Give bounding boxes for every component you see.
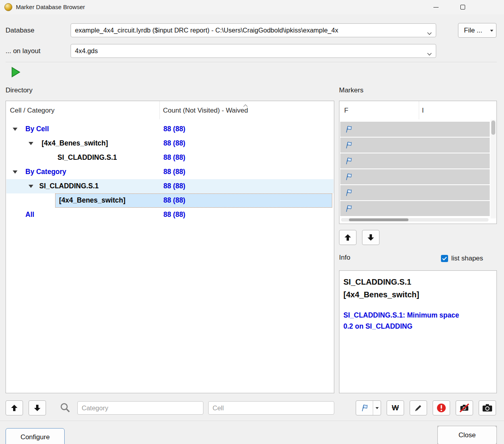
remove-snapshot-button[interactable] <box>456 400 473 415</box>
app-logo-icon <box>4 3 12 11</box>
horizontal-scrollbar[interactable] <box>341 218 489 222</box>
scrollbar-thumb[interactable] <box>349 218 408 221</box>
list-shapes-checkbox[interactable] <box>441 255 448 262</box>
tree-row-count: 88 (88) <box>163 153 185 162</box>
database-label: Database <box>6 27 34 34</box>
list-shapes-label[interactable]: list shapes <box>451 255 483 262</box>
flag-dropdown-arrow[interactable] <box>373 401 381 415</box>
expander-icon[interactable] <box>29 185 33 188</box>
sort-indicator-icon <box>243 101 248 109</box>
dropdown-arrow-icon <box>376 407 379 409</box>
marker-flag-icon <box>344 156 353 166</box>
titlebar: Marker Database Browser <box>0 0 504 14</box>
tree-row-count: 88 (88) <box>163 168 185 176</box>
tree-row-label: [4x4_Benes_switch] <box>42 139 108 147</box>
layout-combobox[interactable]: 4x4.gds <box>71 44 436 58</box>
layout-value: 4x4.gds <box>75 47 98 55</box>
info-description: SI_CLADDING.S.1: Minimum space 0.2 on SI… <box>343 310 462 332</box>
database-combobox[interactable]: example_4x4_circuit.lyrdb ($input DRC re… <box>71 23 436 37</box>
tree-row-benes-switch-selected[interactable]: [4x4_Benes_switch] 88 (88) <box>6 193 333 208</box>
marker-list-item[interactable] <box>340 138 490 153</box>
expander-icon[interactable] <box>13 170 17 174</box>
edit-waived-button[interactable] <box>410 400 427 415</box>
tree-row-count: 88 (88) <box>163 139 185 147</box>
marker-prev-button[interactable] <box>339 230 356 245</box>
arrow-down-icon <box>367 233 375 241</box>
tree-row-label: SI_CLADDING.S.1 <box>57 153 117 162</box>
flag-marker-split-button[interactable] <box>356 400 381 415</box>
database-value: example_4x4_circuit.lyrdb ($input DRC re… <box>75 27 338 34</box>
column-divider <box>419 101 419 119</box>
waive-button[interactable]: W <box>387 400 404 415</box>
marker-list-item[interactable] <box>340 201 490 216</box>
tree-prev-button[interactable] <box>6 400 23 415</box>
camera-icon <box>482 404 493 412</box>
marker-list-item[interactable] <box>340 153 490 168</box>
tree-row-by-cell[interactable]: By Cell 88 (88) <box>6 122 333 136</box>
tree-row-count: 88 (88) <box>163 196 185 205</box>
tree-row-label: [4x4_Benes_switch] <box>59 196 125 205</box>
tree-row-count: 88 (88) <box>163 125 185 133</box>
marker-flag-icon <box>344 140 353 150</box>
scrollbar-thumb[interactable] <box>491 121 495 135</box>
tree-next-button[interactable] <box>29 400 46 415</box>
tree-row-by-category[interactable]: By Category 88 (88) <box>6 165 333 179</box>
footer-separator <box>0 421 504 421</box>
rerun-button[interactable] <box>11 67 21 78</box>
tree-row-label: By Cell <box>25 125 49 133</box>
search-icon <box>59 402 71 415</box>
file-button-label: File ... <box>464 27 482 34</box>
directory-panel: Cell / Category Count (Not Visited) - Wa… <box>6 101 334 393</box>
cell-filter-input[interactable] <box>208 401 334 415</box>
close-button[interactable]: Close <box>437 426 497 444</box>
markers-column-f[interactable]: F <box>344 107 348 115</box>
arrow-down-icon <box>33 404 41 412</box>
column-header-cell-category[interactable]: Cell / Category <box>10 107 54 115</box>
markers-column-i[interactable]: I <box>422 107 424 115</box>
arrow-up-icon <box>10 404 18 412</box>
marker-flag-icon <box>344 204 353 213</box>
maximize-icon <box>460 5 465 10</box>
menu-arrow-icon <box>490 30 493 32</box>
column-header-count-waived[interactable]: Count (Not Visited) - Waived <box>163 107 248 115</box>
marker-flag-icon <box>344 188 353 197</box>
separator <box>6 62 497 62</box>
waive-icon: W <box>392 404 399 412</box>
tree-row-si-cladding-category[interactable]: SI_CLADDING.S.1 88 (88) <box>6 179 333 193</box>
window-title: Marker Database Browser <box>16 4 85 10</box>
layout-label: ... on layout <box>6 47 40 55</box>
tree-row-all[interactable]: All 88 (88) <box>6 208 333 222</box>
tree-row-count: 88 (88) <box>163 211 185 219</box>
marker-list-item[interactable] <box>340 185 490 200</box>
vertical-scrollbar[interactable] <box>491 120 496 218</box>
arrow-up-icon <box>344 233 352 241</box>
important-icon <box>436 403 447 413</box>
chevron-down-icon <box>427 50 432 57</box>
snapshot-button[interactable] <box>479 400 496 415</box>
marker-database-browser-window: Marker Database Browser Database example… <box>0 0 504 444</box>
expander-icon[interactable] <box>13 128 17 131</box>
tree-row-si-cladding[interactable]: SI_CLADDING.S.1 88 (88) <box>6 151 333 165</box>
column-divider <box>159 101 160 119</box>
expander-icon[interactable] <box>29 142 33 145</box>
info-panel: SI_CLADDING.S.1 [4x4_Benes_switch] SI_CL… <box>339 270 497 393</box>
tree-row-benes-switch[interactable]: [4x4_Benes_switch] 88 (88) <box>6 136 333 151</box>
configure-button[interactable]: Configure <box>6 428 65 444</box>
minimize-button[interactable] <box>423 0 448 14</box>
marker-list-item[interactable] <box>340 122 490 137</box>
marker-list-item[interactable] <box>340 169 490 184</box>
directory-label: Directory <box>6 86 33 94</box>
maximize-button[interactable] <box>450 0 475 14</box>
tree-row-count: 88 (88) <box>163 182 185 190</box>
tree-row-label: All <box>25 211 34 219</box>
crossed-camera-icon <box>459 403 470 413</box>
marker-flag-icon <box>360 403 369 413</box>
marker-next-button[interactable] <box>362 230 379 245</box>
markers-label: Markers <box>339 86 363 94</box>
info-cell-subtitle: [4x4_Benes_switch] <box>343 288 493 301</box>
category-filter-input[interactable] <box>77 401 203 415</box>
file-menu-button[interactable]: File ... <box>458 23 496 38</box>
marker-flag-icon <box>344 124 353 134</box>
mark-important-button[interactable] <box>433 400 450 415</box>
flag-marker-button[interactable] <box>356 401 373 415</box>
